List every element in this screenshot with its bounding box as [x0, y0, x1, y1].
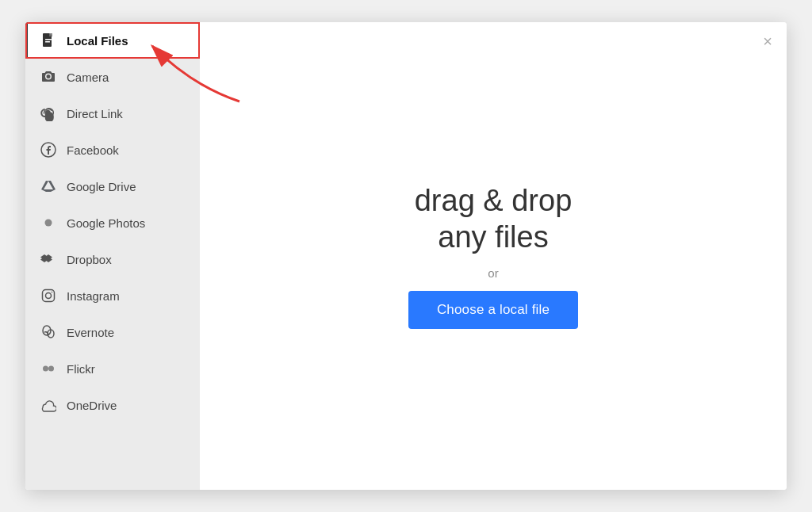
sidebar-item-evernote[interactable]: Evernote [25, 314, 200, 350]
instagram-icon [40, 287, 57, 304]
sidebar-item-label-camera: Camera [67, 71, 109, 84]
flickr-icon [40, 360, 57, 377]
sidebar-item-label-google-photos: Google Photos [67, 216, 145, 230]
googledrive-icon [40, 178, 57, 195]
facebook-icon [40, 141, 57, 159]
camera-icon [40, 68, 57, 86]
sidebar-item-instagram[interactable]: Instagram [25, 277, 200, 314]
onedrive-icon [40, 396, 57, 414]
sidebar-item-local-files[interactable]: Local Files [25, 22, 200, 59]
svg-rect-14 [43, 290, 55, 302]
sidebar-item-label-local-files: Local Files [67, 34, 128, 48]
sidebar-item-google-drive[interactable]: Google Drive [25, 168, 200, 204]
sidebar-item-facebook[interactable]: Facebook [25, 132, 200, 168]
sidebar-item-flickr[interactable]: Flickr [25, 350, 200, 387]
sidebar: Local Files Camera Direct Link [25, 22, 200, 490]
main-content: drag & drop any files or Choose a local … [200, 22, 787, 490]
svg-point-19 [43, 366, 48, 372]
or-text: or [488, 266, 498, 280]
svg-point-15 [46, 293, 52, 299]
svg-rect-4 [45, 41, 50, 43]
sidebar-item-label-instagram: Instagram [67, 289, 120, 303]
sidebar-item-camera[interactable]: Camera [25, 59, 200, 95]
sidebar-item-label-onedrive: OneDrive [67, 399, 117, 412]
dropbox-icon [40, 250, 57, 268]
svg-rect-3 [45, 39, 52, 40]
svg-marker-7 [41, 181, 48, 189]
sidebar-item-label-dropbox: Dropbox [67, 253, 112, 266]
sidebar-item-label-flickr: Flickr [67, 362, 95, 376]
svg-marker-8 [41, 189, 56, 192]
sidebar-item-onedrive[interactable]: OneDrive [25, 387, 200, 423]
sidebar-item-label-direct-link: Direct Link [67, 107, 123, 120]
sidebar-item-label-google-drive: Google Drive [67, 180, 136, 193]
sidebar-item-direct-link[interactable]: Direct Link [25, 95, 200, 132]
file-icon [40, 32, 57, 49]
sidebar-item-dropbox[interactable]: Dropbox [25, 241, 200, 277]
sidebar-item-google-photos[interactable]: Google Photos [25, 204, 200, 241]
svg-point-16 [52, 292, 53, 293]
choose-local-file-button[interactable]: Choose a local file [408, 291, 578, 329]
drag-drop-text: drag & drop any files [415, 183, 573, 255]
upload-dialog: × Local Files Cam [25, 22, 787, 490]
sidebar-item-label-evernote: Evernote [67, 326, 114, 339]
link-icon [40, 105, 57, 122]
sidebar-item-label-facebook: Facebook [67, 143, 119, 157]
googlephotos-icon [40, 214, 57, 231]
close-button[interactable]: × [763, 33, 772, 49]
evernote-icon [40, 323, 57, 341]
svg-point-20 [48, 366, 54, 372]
